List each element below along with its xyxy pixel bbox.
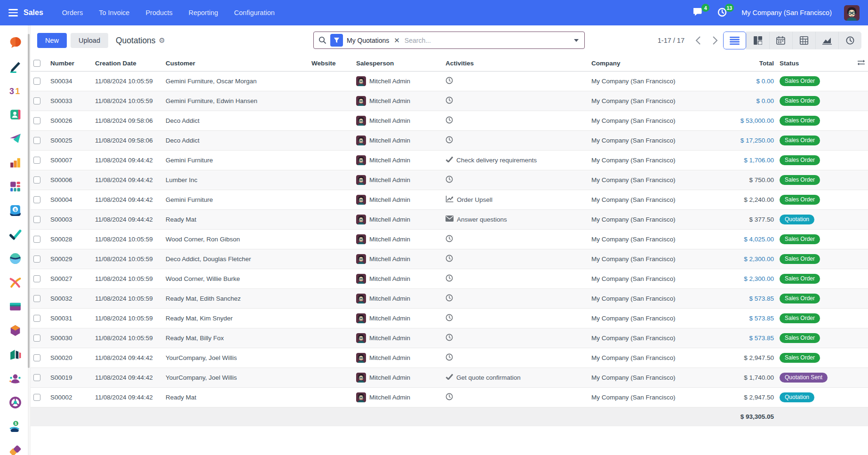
activity-clock-icon[interactable]: [446, 235, 453, 244]
sidebar-app-accounting-icon[interactable]: $: [8, 204, 22, 217]
row-checkbox[interactable]: [33, 137, 40, 144]
activity-clock-icon[interactable]: [446, 116, 453, 125]
sidebar-app-purchase-icon[interactable]: [8, 348, 22, 361]
user-avatar[interactable]: [844, 5, 860, 21]
row-checkbox[interactable]: [33, 255, 40, 263]
sidebar-app-discuss-icon[interactable]: [8, 36, 22, 49]
sidebar-app-calendar-icon[interactable]: 31: [8, 84, 22, 97]
sidebar-app-elearning-icon[interactable]: [8, 276, 22, 289]
table-row[interactable]: S0001911/08/2024 09:44:42YourCompany, Jo…: [31, 367, 868, 387]
view-switch-calendar-icon[interactable]: [769, 32, 792, 49]
row-checkbox[interactable]: [33, 236, 40, 243]
row-checkbox[interactable]: [33, 97, 40, 104]
gear-icon[interactable]: ⚙: [159, 36, 165, 45]
row-checkbox[interactable]: [33, 275, 40, 282]
current-app-name[interactable]: Sales: [24, 8, 43, 17]
sidebar-app-crm-icon[interactable]: [8, 132, 22, 145]
company-switcher[interactable]: My Company (San Francisco): [741, 9, 832, 16]
view-switch-kanban-icon[interactable]: [746, 32, 769, 49]
select-all-checkbox[interactable]: [33, 60, 40, 67]
sidebar-app-sales-icon[interactable]: [8, 156, 22, 169]
nav-menu-item-products[interactable]: Products: [145, 9, 172, 16]
sidebar-app-studio-icon[interactable]: [8, 444, 22, 455]
activity-clock-icon[interactable]: [446, 393, 453, 402]
table-row[interactable]: S0003411/08/2024 10:05:59Gemini Furnitur…: [31, 71, 868, 91]
sidebar-app-knowledge-icon[interactable]: [8, 60, 22, 73]
table-row[interactable]: S0003111/08/2024 10:05:59Ready Mat, Kim …: [31, 308, 868, 328]
table-row[interactable]: S0002511/08/2024 09:58:06Deco AddictMitc…: [31, 130, 868, 150]
activity-clock-icon[interactable]: [446, 255, 453, 263]
table-row[interactable]: S0000711/08/2024 09:44:42Gemini Furnitur…: [31, 150, 868, 170]
activity-clock-icon[interactable]: [446, 96, 453, 105]
table-row[interactable]: S0002911/08/2024 10:05:59Deco Addict, Do…: [31, 249, 868, 269]
view-switch-list-icon[interactable]: [723, 32, 746, 49]
nav-menu-item-configuration[interactable]: Configuration: [234, 9, 275, 16]
new-button[interactable]: New: [37, 33, 67, 48]
search-bar[interactable]: My Quotations ✕: [313, 32, 585, 49]
activity-check-icon[interactable]: [446, 374, 453, 381]
sidebar-app-employees-icon[interactable]: [8, 372, 22, 385]
pager-next-icon[interactable]: [712, 36, 718, 45]
activity-check-icon[interactable]: [446, 156, 453, 164]
row-checkbox[interactable]: [33, 374, 40, 381]
search-input[interactable]: [405, 37, 570, 44]
activity-clock-icon[interactable]: [446, 176, 453, 184]
upload-button[interactable]: Upload: [71, 33, 108, 48]
table-row[interactable]: S0000611/08/2024 09:44:42Lumber IncMitch…: [31, 170, 868, 190]
nav-menu-item-reporting[interactable]: Reporting: [189, 9, 218, 16]
row-checkbox[interactable]: [33, 196, 40, 203]
sidebar-scrollbar[interactable]: [28, 25, 30, 455]
optional-columns-icon[interactable]: [857, 60, 865, 67]
column-header-number[interactable]: Number: [48, 56, 92, 71]
activity-clock-icon[interactable]: [446, 353, 453, 362]
row-checkbox[interactable]: [33, 354, 40, 361]
sidebar-app-inventory-icon[interactable]: [8, 324, 22, 337]
activity-clock-icon[interactable]: [446, 314, 453, 323]
table-row[interactable]: S0003211/08/2024 10:05:59Ready Mat, Edit…: [31, 288, 868, 308]
table-row[interactable]: S0002611/08/2024 09:58:06Deco AddictMitc…: [31, 111, 868, 130]
column-header-website[interactable]: Website: [309, 56, 353, 71]
sidebar-app-payroll-icon[interactable]: $: [8, 420, 22, 433]
column-header-company[interactable]: Company: [589, 56, 683, 71]
pager-previous-icon[interactable]: [695, 36, 701, 45]
sidebar-app-manufacturing-icon[interactable]: [8, 396, 22, 409]
view-switch-activity-icon[interactable]: [838, 32, 861, 49]
activity-clock-icon[interactable]: [446, 334, 453, 343]
apps-menu-icon[interactable]: [8, 9, 18, 16]
row-checkbox[interactable]: [33, 295, 40, 302]
table-row[interactable]: S0000311/08/2024 09:44:42Ready MatMitche…: [31, 209, 868, 229]
filter-funnel-icon[interactable]: [330, 34, 343, 47]
row-checkbox[interactable]: [33, 157, 40, 164]
activity-clock-icon[interactable]: [446, 274, 453, 283]
filter-remove-icon[interactable]: ✕: [393, 36, 401, 45]
messages-icon[interactable]: 4: [693, 7, 705, 18]
sidebar-app-payments-icon[interactable]: [8, 300, 22, 313]
nav-menu-item-orders[interactable]: Orders: [62, 9, 83, 16]
table-row[interactable]: S0003311/08/2024 10:05:59Gemini Furnitur…: [31, 91, 868, 111]
table-row[interactable]: S0003011/08/2024 10:05:59Ready Mat, Bill…: [31, 328, 868, 348]
row-checkbox[interactable]: [33, 315, 40, 322]
activity-clock-icon[interactable]: [446, 77, 453, 86]
row-checkbox[interactable]: [33, 216, 40, 223]
view-switch-graph-icon[interactable]: [815, 32, 838, 49]
sidebar-app-website-icon[interactable]: [8, 252, 22, 265]
row-checkbox[interactable]: [33, 117, 40, 124]
activity-chart-icon[interactable]: [446, 195, 454, 204]
column-header-salesperson[interactable]: Salesperson: [353, 56, 443, 71]
sidebar-app-dashboards-icon[interactable]: [8, 180, 22, 193]
activity-mail-icon[interactable]: [446, 216, 454, 223]
table-row[interactable]: S0002011/08/2024 09:44:42YourCompany, Jo…: [31, 348, 868, 367]
activities-clock-icon[interactable]: 13: [717, 7, 729, 18]
table-row[interactable]: S0002811/08/2024 10:05:59Wood Corner, Ro…: [31, 229, 868, 249]
column-header-status[interactable]: Status: [777, 56, 843, 71]
sidebar-app-contacts-icon[interactable]: [8, 108, 22, 121]
column-header-activities[interactable]: Activities: [443, 56, 589, 71]
nav-menu-item-to-invoice[interactable]: To Invoice: [99, 9, 129, 16]
view-switch-pivot-icon[interactable]: [792, 32, 815, 49]
table-row[interactable]: S0000411/08/2024 09:44:42Gemini Furnitur…: [31, 190, 868, 209]
column-header-creation-date[interactable]: Creation Date: [92, 56, 163, 71]
row-checkbox[interactable]: [33, 335, 40, 342]
row-checkbox[interactable]: [33, 176, 40, 184]
search-dropdown-caret[interactable]: [574, 39, 579, 42]
table-row[interactable]: S0002711/08/2024 10:05:59Wood Corner, Wi…: [31, 269, 868, 288]
